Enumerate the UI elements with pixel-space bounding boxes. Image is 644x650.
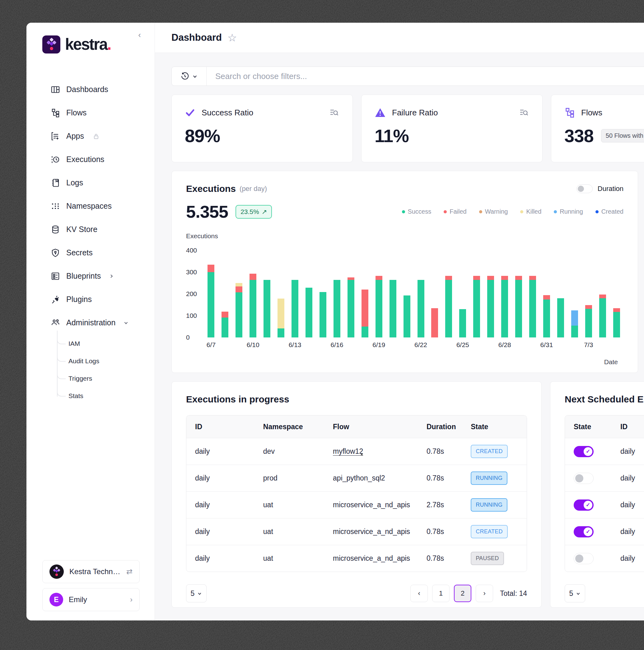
list-search-icon[interactable]: [518, 107, 529, 118]
sidebar-item-blueprints[interactable]: Blueprints: [27, 264, 155, 288]
user-menu[interactable]: E Emily ›: [42, 588, 140, 611]
table-row: dailyuatmicroservice_a_nd_apis2.78sRUNNI…: [186, 492, 527, 518]
page-size-select[interactable]: 5: [565, 584, 585, 603]
next-page-button[interactable]: ›: [476, 585, 493, 602]
sidebar-item-administration[interactable]: Administration: [27, 311, 155, 334]
bar-segment-success: [375, 280, 382, 338]
sidebar-item-stats[interactable]: Stats: [27, 387, 155, 405]
schedule-state-toggle[interactable]: [574, 553, 594, 564]
sidebar-item-flows[interactable]: Flows: [27, 101, 155, 124]
chart-subtitle: (per day): [240, 185, 267, 193]
bar-slot-6/28[interactable]: 6/28: [498, 250, 512, 337]
bar-slot-6/14[interactable]: [302, 250, 316, 337]
prev-page-button[interactable]: ‹: [410, 585, 428, 602]
duration-toggle[interactable]: [576, 184, 593, 193]
bar-segment-success: [418, 280, 424, 338]
table-row: ✓dailym: [565, 518, 644, 545]
sidebar-item-triggers[interactable]: Triggers: [27, 370, 155, 387]
bar-slot-6/20[interactable]: [386, 250, 400, 337]
bar-slot-7/2[interactable]: [568, 250, 581, 337]
bar-slot-6/18[interactable]: [358, 250, 372, 337]
bar-slot-6/8[interactable]: [218, 250, 232, 337]
bar-segment-success: [348, 280, 354, 338]
bar-slot-6/15[interactable]: [316, 250, 330, 337]
filter-history-button[interactable]: [172, 67, 207, 85]
legend-item-success[interactable]: Success: [402, 208, 431, 215]
sidebar-collapse-icon[interactable]: ‹: [138, 31, 141, 39]
sidebar-item-namespaces[interactable]: Namespaces: [27, 194, 155, 218]
bar-slot-6/26[interactable]: [470, 250, 484, 337]
search-input[interactable]: [207, 72, 644, 81]
bar-slot-6/12[interactable]: [274, 250, 288, 337]
sidebar-item-plugins[interactable]: Plugins: [27, 288, 155, 311]
bar-slot-6/17[interactable]: [344, 250, 358, 337]
sidebar-item-dashboards[interactable]: Dashboards: [27, 78, 155, 101]
bar-slot-6/16[interactable]: 6/16: [330, 250, 344, 337]
sidebar-item-iam[interactable]: IAM: [27, 335, 155, 352]
schedule-state-toggle[interactable]: [574, 473, 594, 484]
table-row: dailydevmyflow120.78sCREATED: [186, 438, 527, 465]
bar-slot-6/11[interactable]: [260, 250, 274, 337]
schedule-state-toggle[interactable]: ✓: [574, 526, 594, 537]
kestra-logo[interactable]: kestra.: [27, 35, 155, 53]
schedule-state-toggle[interactable]: ✓: [574, 500, 594, 511]
bar-slot-6/29[interactable]: [512, 250, 526, 337]
sidebar-item-kv-store[interactable]: KV Store: [27, 218, 155, 241]
bar-slot-7/3[interactable]: 7/3: [581, 250, 596, 337]
sidebar-item-logs[interactable]: Logs: [27, 171, 155, 194]
page-button-2[interactable]: 2: [454, 585, 471, 602]
bar-slot-6/25[interactable]: 6/25: [456, 250, 470, 337]
bar-segment-success: [501, 280, 508, 338]
page-button-1[interactable]: 1: [432, 585, 450, 602]
bar-slot-6/9[interactable]: [232, 250, 246, 337]
bar-slot-7/1[interactable]: [553, 250, 568, 337]
bar-segment-failed: [445, 276, 452, 280]
tenant-switcher[interactable]: Kestra Technolo... ⇄: [42, 560, 140, 583]
favorite-star-icon[interactable]: ☆: [227, 32, 237, 43]
bar-slot-6/30[interactable]: [526, 250, 540, 337]
sidebar-item-apps[interactable]: Apps: [27, 124, 155, 148]
bar-segment-success: [543, 299, 550, 338]
bar-slot-6/7[interactable]: 6/7: [204, 250, 218, 337]
section-title: Next Scheduled E: [565, 394, 644, 405]
bar-slot-7/5[interactable]: [609, 250, 623, 337]
bar-slot-6/19[interactable]: 6/19: [372, 250, 386, 337]
legend-item-failed[interactable]: Failed: [444, 208, 466, 215]
bar-slot-7/4[interactable]: [596, 250, 609, 337]
bar-slot-6/24[interactable]: [442, 250, 456, 337]
executions-icon: [51, 155, 60, 164]
kpi-value: 89%: [185, 125, 220, 146]
list-search-icon[interactable]: [329, 107, 339, 118]
table-row: dailym: [565, 545, 644, 572]
bar-segment-killed: [278, 298, 284, 328]
legend-item-killed[interactable]: Killed: [520, 208, 541, 215]
chart-legend: SuccessFailedWarningKilledRunningCreated: [402, 208, 623, 215]
legend-item-created[interactable]: Created: [596, 208, 623, 215]
x-tick: 6/13: [289, 341, 301, 349]
legend-item-running[interactable]: Running: [554, 208, 583, 215]
sidebar-item-executions[interactable]: Executions: [27, 148, 155, 171]
kpi-label: Flows: [581, 108, 602, 117]
bar-segment-success: [585, 309, 592, 337]
bar-slot-6/22[interactable]: 6/22: [414, 250, 428, 337]
bar-slot-6/10[interactable]: 6/10: [246, 250, 260, 337]
legend-item-warning[interactable]: Warning: [479, 208, 508, 215]
bar-slot-6/27[interactable]: [484, 250, 498, 337]
kv-store-icon: [51, 225, 60, 234]
table-header: State ID F: [565, 416, 644, 438]
sidebar-item-audit-logs[interactable]: Audit Logs: [27, 352, 155, 370]
schedule-state-toggle[interactable]: ✓: [574, 446, 594, 457]
bar-segment-success: [529, 280, 536, 338]
page-size-select[interactable]: 5: [186, 584, 207, 603]
bar-slot-6/31[interactable]: 6/31: [540, 250, 554, 337]
sidebar-item-secrets[interactable]: Secrets: [27, 241, 155, 264]
bar-segment-success: [390, 280, 396, 338]
bar-slot-6/21[interactable]: [400, 250, 414, 337]
y-axis-ticks: 0100200300400: [186, 250, 204, 337]
legend-dot: [596, 210, 599, 213]
bar-chart: 0100200300400 6/76/106/136/166/196/226/2…: [186, 250, 623, 337]
bar-slot-6/13[interactable]: 6/13: [288, 250, 302, 337]
bar-slot-6/23[interactable]: [428, 250, 442, 337]
bar-segment-success: [263, 280, 271, 338]
bar-segment-failed: [250, 274, 256, 280]
